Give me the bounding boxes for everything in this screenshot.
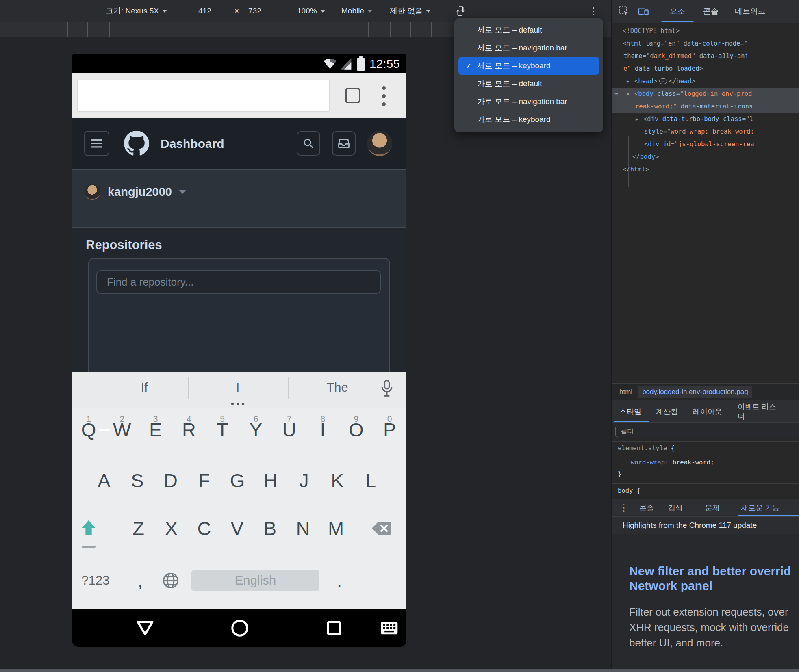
recents-button[interactable] [326,609,342,647]
dom-tree-node[interactable]: <!DOCTYPE html> [612,25,799,37]
letter-key-b[interactable]: B [254,517,287,540]
microphone-icon[interactable] [379,380,395,398]
dom-tree-node[interactable]: </html> [612,163,799,176]
url-bar-input[interactable] [77,80,330,112]
letter-key-h[interactable]: H [254,469,287,492]
space-key[interactable]: English [191,570,319,591]
letter-key-f[interactable]: F [187,469,221,492]
period-key[interactable]: . [322,570,356,591]
expand-arrow-icon[interactable]: ▶ [627,75,630,88]
letter-key-x[interactable]: X [155,517,188,540]
dom-tree-node[interactable]: reak-word;" data-material-icons [612,100,799,113]
viewport-height-input[interactable]: 732 [248,0,261,22]
dom-tree-node[interactable]: theme="dark_dimmed" data-a11y-ani [612,50,799,63]
breadcrumb-item[interactable]: body.logged-in.env-production.pag [638,386,752,398]
hidden-issues-dots[interactable]: ⋯ [614,88,618,100]
repository-search-input[interactable] [96,270,381,294]
letter-key-z[interactable]: Z [122,517,155,540]
styles-filter-input[interactable] [615,425,799,438]
letter-key-l[interactable]: L [354,469,387,492]
drawer-tab-0[interactable]: 콘솔 [639,499,654,516]
search-button[interactable] [297,131,320,156]
comma-key[interactable]: , [123,570,157,591]
letter-key-j[interactable]: J [287,469,321,492]
letter-key-s[interactable]: S [121,469,154,492]
inline-style-rule[interactable]: element.style { [618,444,675,452]
css-property[interactable]: word-wrap [631,459,665,466]
letter-key-y[interactable]: Y [239,418,273,441]
collapsed-content-badge[interactable]: ⋯ [659,78,667,84]
letter-key-v[interactable]: V [221,517,254,540]
orientation-menu-item[interactable]: 세로 모드 – navigation bar [458,39,599,57]
shift-key[interactable] [72,517,105,540]
letter-key-p[interactable]: P [373,418,406,441]
inspect-element-icon[interactable] [619,6,630,17]
devtools-tab-console[interactable]: 콘솔 [703,0,719,22]
devtools-tab-network[interactable]: 네트워크 [735,0,766,22]
dom-tree-node[interactable]: <html lang="en" data-color-mode=" [612,37,799,50]
letter-key-t[interactable]: T [206,418,239,441]
letter-key-e[interactable]: E [139,418,172,441]
expand-arrow-icon[interactable]: ▶ [636,113,638,126]
styles-tab-3[interactable]: 이벤트 리스너 [738,400,779,423]
styles-tab-1[interactable]: 계산됨 [656,400,678,423]
whats-new-feature-link[interactable]: New filter and better overrid [629,564,791,578]
letter-key-m[interactable]: M [319,517,352,540]
letter-key-r[interactable]: R [172,418,206,441]
back-button[interactable] [136,609,154,647]
drawer-tab-1[interactable]: 검색 [668,499,683,516]
throttling-select[interactable]: 제한 없음 [390,0,431,22]
devtools-tab-elements[interactable]: 요소 [670,0,685,22]
collapse-arrow-icon[interactable]: ▼ [627,88,630,100]
styles-tab-2[interactable]: 레이아웃 [693,400,722,423]
dashboard-user-switcher[interactable]: kangju2000 [72,169,406,228]
dom-tree-node[interactable]: ▶<div data-turbo-body class="l [612,113,799,126]
device-toolbar-toggle-icon[interactable] [637,6,649,17]
dom-tree-node[interactable]: ⋯▼<body class="logged-in env-prod [612,88,799,100]
dom-tree-node[interactable]: style="word-wrap: break-word; [612,126,799,138]
dom-tree-node[interactable]: ▶<head>⋯</head> [612,75,799,88]
device-type-select[interactable]: Mobile [341,0,372,22]
backspace-key[interactable] [365,517,398,540]
style-declaration[interactable]: word-wrap: break-word; [631,459,714,466]
letter-key-a[interactable]: A [87,469,121,492]
viewport-width-input[interactable]: 412 [198,0,211,22]
globe-key[interactable] [154,570,188,591]
dom-tree-node[interactable]: e" data-turbo-loaded> [612,63,799,75]
hide-keyboard-button[interactable] [380,609,398,647]
letter-key-o[interactable]: O [339,418,373,441]
breadcrumb-item[interactable]: html [619,388,632,396]
github-logo-icon[interactable] [124,131,149,156]
drawer-tab-2[interactable]: 문제 [705,499,720,516]
inbox-button[interactable] [332,131,356,156]
letter-key-k[interactable]: K [321,469,354,492]
browser-menu-button[interactable] [382,86,386,106]
suggestion-chip[interactable]: The [326,372,348,403]
css-value[interactable]: break-word; [669,459,714,466]
avatar[interactable] [367,131,392,156]
orientation-menu-item[interactable]: 세로 모드 – default [458,21,599,39]
orientation-menu-item[interactable]: ✓세로 모드 – keyboard [458,57,599,75]
dom-tree-node[interactable]: </body> [612,151,799,163]
dom-tree-node[interactable]: <div id="js-global-screen-rea [612,138,799,151]
drawer-tab-3[interactable]: 새로운 기능 [741,499,779,516]
symbols-key[interactable]: ?123 [78,570,113,591]
letter-key-c[interactable]: C [188,517,221,540]
letter-key-w[interactable]: W [105,418,139,441]
device-select[interactable]: 크기: Nexus 5X [106,0,167,22]
orientation-menu-item[interactable]: 가로 모드 – default [458,75,599,93]
hamburger-menu-button[interactable] [84,131,109,156]
letter-key-n[interactable]: N [287,517,319,540]
zoom-select[interactable]: 100% [297,0,325,22]
orientation-menu-item[interactable]: 가로 모드 – keyboard [458,111,599,128]
letter-key-d[interactable]: D [154,469,187,492]
tab-switcher-button[interactable] [345,88,360,103]
body-style-rule[interactable]: body { [618,487,641,494]
suggestion-chip[interactable]: I [236,372,240,403]
letter-key-i[interactable]: I [306,418,339,441]
home-button[interactable] [230,609,249,647]
letter-key-u[interactable]: U [273,418,306,441]
suggestion-chip[interactable]: If [141,372,148,403]
letter-key-g[interactable]: G [221,469,254,492]
whats-new-feature-link[interactable]: Network panel [629,579,712,593]
